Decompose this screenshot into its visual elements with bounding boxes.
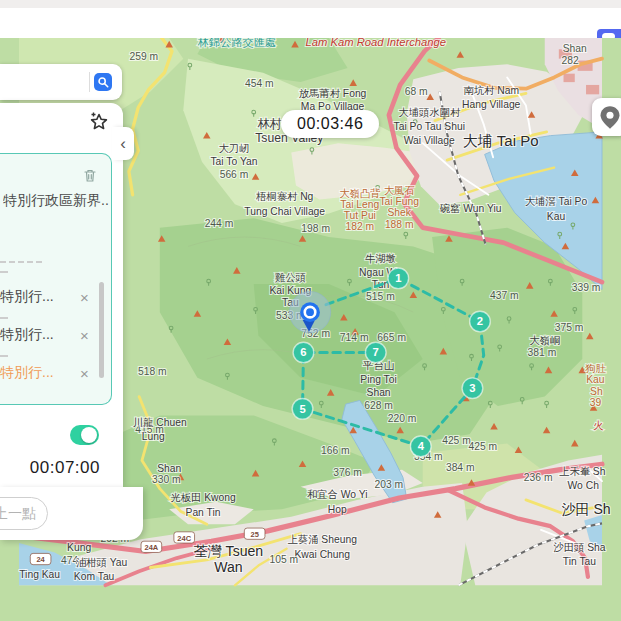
map-label: 荃灣 Tsuen (194, 543, 264, 559)
map-label: 425 m (442, 435, 471, 446)
map-label: 437 m (490, 290, 519, 301)
delete-route-button[interactable] (82, 168, 98, 185)
map-label: 454 m (245, 78, 274, 89)
route-marker-number: 3 (469, 382, 475, 394)
previous-point-button[interactable]: 上一點 (0, 497, 48, 530)
map-label: Wan (214, 559, 242, 575)
map-label: 牛湖墩 (365, 253, 396, 264)
map-pin-icon (597, 104, 621, 130)
map-label: Tai To Yan (210, 156, 257, 167)
map-label: Hop (328, 504, 347, 515)
map-label: 大埔 Tai Po (463, 132, 539, 149)
map-label: 雞公頭 (275, 272, 306, 283)
route-toggle[interactable] (70, 425, 99, 445)
waypoint-row[interactable]: 特別行... × (0, 285, 100, 309)
map-label: Tut Pui (344, 210, 376, 221)
map-label: 330 m (152, 474, 181, 485)
map-label: 203 m (375, 479, 404, 490)
map-label: Kung (67, 542, 91, 553)
map-label: 放馬莆村 Fong (299, 88, 367, 99)
route-shield-label: 24A (144, 543, 158, 552)
route-marker-number: 2 (477, 315, 483, 327)
map-label: 光板田 Kwong (170, 492, 236, 503)
map-label: 大嶺凸背 (339, 188, 381, 199)
map-label: 油柑頭 Yau (76, 557, 128, 568)
map-label: 川龍 Chuen (133, 417, 187, 428)
map-label: 425 m (468, 441, 497, 452)
waypoint-row-active[interactable]: 特別行... × (0, 361, 100, 385)
route-marker-number: 4 (418, 440, 425, 452)
map-label: 大埔頭水圍村 (398, 107, 461, 118)
map-label: Sh (590, 386, 603, 397)
scrollbar[interactable] (99, 282, 104, 378)
trash-icon (83, 168, 97, 183)
route-card: 特別行政區新界... 特別行... × 特別行... × 特別行... × (0, 153, 112, 405)
map-label: 376 m (333, 467, 362, 478)
map-label: 665 m (377, 332, 406, 343)
divider (89, 72, 90, 92)
map-label: 244 m (205, 218, 234, 229)
route-title: 特別行政區新界... (3, 192, 109, 210)
current-location-marker (300, 302, 320, 322)
location-control-button[interactable] (592, 98, 621, 136)
waypoint-label: 特別行... (0, 326, 74, 344)
map-label: Lam Kam Road Interchange (305, 38, 446, 48)
toggle-knob (81, 427, 97, 443)
map-label: Hang Village (462, 99, 521, 110)
browser-topbar (0, 8, 621, 39)
map-label: 大嶺峒 (529, 335, 560, 346)
route-marker-number: 1 (395, 272, 401, 284)
panel-collapse-button[interactable]: ‹ (112, 127, 134, 160)
map-label: Shek (387, 207, 411, 218)
remove-waypoint-icon[interactable]: × (80, 327, 89, 344)
map-label: 林錦公路交匯處 (197, 38, 276, 48)
map-label: 大埔滘 Tai Po (525, 196, 588, 207)
timer-overlay: 00:03:46 (281, 110, 379, 138)
route-shield-label: 24C (177, 534, 191, 543)
map-label: 714 m (340, 332, 369, 343)
map-label: 166 m (321, 445, 350, 456)
map-label: 沙田 Sh (561, 501, 610, 517)
map-label: 狗肚 (585, 363, 606, 374)
map-label: Tai Leng (340, 199, 379, 210)
map-label: 515 m (366, 291, 395, 302)
map-label: 182 m (345, 221, 374, 232)
map-label: Kau (547, 211, 566, 222)
waypoint-row[interactable]: 特別行... × (0, 323, 100, 347)
search-box (0, 64, 122, 100)
map-label: 南坑村 Nam (463, 85, 519, 96)
search-input[interactable] (4, 69, 88, 95)
map-label: 566 m (220, 169, 249, 180)
waypoint-label: 特別行... (0, 364, 74, 382)
map-label: 大刀屻 (219, 143, 250, 154)
map-label: 大風石 (384, 185, 415, 196)
dashed-separator (0, 355, 8, 357)
map-label: 381 m (528, 347, 557, 358)
remove-waypoint-icon[interactable]: × (80, 289, 89, 306)
remove-waypoint-icon[interactable]: × (80, 365, 89, 382)
route-shield-label: 24 (36, 555, 45, 564)
map-label: Tin Tau (563, 556, 597, 567)
route-marker-number: 6 (300, 346, 306, 358)
panel-footer: 上一點 (0, 487, 143, 540)
search-icon (97, 76, 109, 88)
search-button[interactable] (94, 73, 112, 91)
map-label: 282 (561, 55, 578, 66)
map-label: Wo Ch (568, 480, 600, 491)
map-label: 339 m (572, 282, 601, 293)
map-label: 火 (593, 420, 604, 431)
route-marker-number: 5 (299, 403, 305, 415)
map-label: 375 m (555, 322, 584, 333)
route-shield-label: 25 (250, 530, 258, 539)
map-label: 220 m (388, 413, 417, 424)
map-label: 沙田頭 Sha (553, 542, 605, 553)
favorite-star-button[interactable] (86, 110, 112, 136)
star-plus-icon (87, 110, 111, 134)
map-label: Lung (142, 431, 165, 442)
dashed-separator (0, 261, 42, 263)
map-label: 梧桐寨村 Ng (256, 191, 314, 202)
map-label: 和宜合 Wo Yi (307, 489, 368, 500)
map-label: Tung Chai Village (244, 206, 325, 217)
map-label: Kom Tau (74, 571, 115, 582)
map-label: Tai Po Tau Shui (394, 121, 465, 132)
